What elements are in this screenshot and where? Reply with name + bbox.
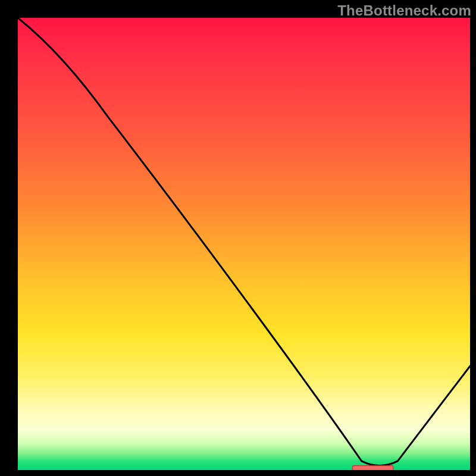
plot-gradient-background xyxy=(18,18,470,470)
chart-root: TheBottleneck.com xyxy=(0,0,476,476)
watermark-text: TheBottleneck.com xyxy=(337,2,471,19)
